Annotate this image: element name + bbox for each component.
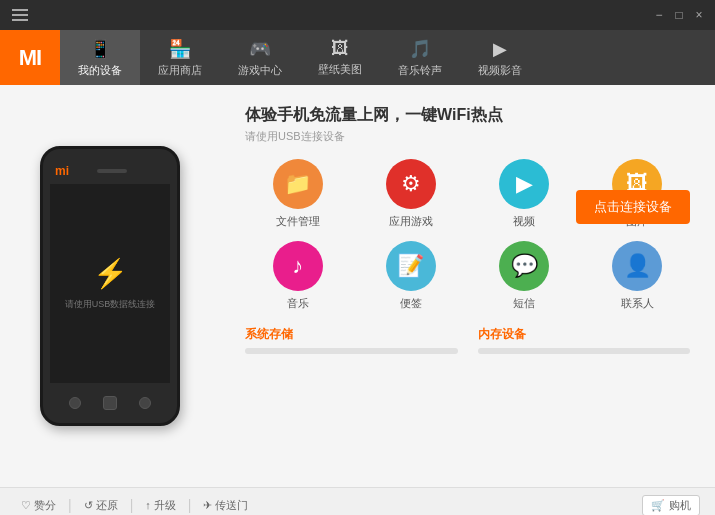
minimize-button[interactable]: − (651, 7, 667, 23)
icon-circle-apps: ⚙ (386, 159, 436, 209)
icon-item-sms[interactable]: 💬 短信 (472, 241, 577, 311)
connect-button[interactable]: 点击连接设备 (576, 190, 690, 224)
phone-screen-text: 请使用USB数据线连接 (65, 298, 156, 311)
toolbar-label-score: 赞分 (34, 498, 56, 513)
toolbar-label-restore: 还原 (96, 498, 118, 513)
nav-label-my-device: 我的设备 (78, 63, 122, 78)
nav-logo[interactable]: MI (0, 30, 60, 85)
icon-symbol-apps: ⚙ (401, 171, 421, 197)
nav-item-ringtone[interactable]: 🎵音乐铃声 (380, 30, 460, 85)
storage-item: 内存设备 (478, 326, 691, 354)
nav-icon-app-store: 🏪 (169, 38, 191, 60)
nav-icon-game-center: 🎮 (249, 38, 271, 60)
menu-icon[interactable] (8, 5, 32, 25)
nav-icon-my-device: 📱 (89, 38, 111, 60)
toolbar-btn-upgrade[interactable]: ↑升级 (139, 496, 182, 515)
content-header: 体验手机免流量上网，一键WiFi热点 请使用USB连接设备 (245, 105, 690, 144)
icon-grid: 📁 文件管理 ⚙ 应用游戏 ▶ 视频 🖼 图库 ♪ 音乐 📝 便签 💬 短信 (245, 159, 690, 311)
icon-symbol-music: ♪ (292, 253, 303, 279)
toolbar-icon-upgrade: ↑ (145, 499, 151, 511)
nav-label-game-center: 游戏中心 (238, 63, 282, 78)
icon-item-file[interactable]: 📁 文件管理 (245, 159, 350, 229)
nav-item-my-device[interactable]: 📱我的设备 (60, 30, 140, 85)
nav-icon-ringtone: 🎵 (409, 38, 431, 60)
storage-title: 系统存储 (245, 326, 458, 343)
phone-top: mi (43, 149, 177, 184)
toolbar-sep: | (188, 497, 192, 513)
phone-frame: mi ⚡ 请使用USB数据线连接 (40, 146, 180, 426)
toolbar-sep: | (68, 497, 72, 513)
storage-item: 系统存储 (245, 326, 458, 354)
shop-label: 购机 (669, 498, 691, 513)
icon-circle-file: 📁 (273, 159, 323, 209)
toolbar-btn-restore[interactable]: ↺还原 (78, 496, 124, 515)
toolbar-btn-send[interactable]: ✈传送门 (197, 496, 254, 515)
icon-circle-video: ▶ (499, 159, 549, 209)
content-wrapper: 体验手机免流量上网，一键WiFi热点 请使用USB连接设备 📁 文件管理 ⚙ 应… (220, 85, 715, 487)
nav-label-ringtone: 音乐铃声 (398, 63, 442, 78)
nav-item-app-store[interactable]: 🏪应用商店 (140, 30, 220, 85)
bottom-toolbar: ♡赞分|↺还原|↑升级|✈传送门 🛒 购机 (0, 487, 715, 515)
phone-panel: mi ⚡ 请使用USB数据线连接 (0, 85, 220, 487)
nav-label-video: 视频影音 (478, 63, 522, 78)
phone-back-btn (69, 397, 81, 409)
content-panel: 体验手机免流量上网，一键WiFi热点 请使用USB连接设备 📁 文件管理 ⚙ 应… (220, 85, 715, 374)
icon-symbol-video: ▶ (516, 171, 533, 197)
phone-speaker (97, 169, 127, 173)
phone-menu-btn (139, 397, 151, 409)
icon-symbol-sms: 💬 (511, 253, 538, 279)
close-button[interactable]: × (691, 7, 707, 23)
icon-item-music[interactable]: ♪ 音乐 (245, 241, 350, 311)
shop-icon: 🛒 (651, 499, 665, 512)
shop-button[interactable]: 🛒 购机 (642, 495, 700, 516)
nav-bar: MI 📱我的设备🏪应用商店🎮游戏中心🖼壁纸美图🎵音乐铃声▶视频影音 (0, 30, 715, 85)
storage-title: 内存设备 (478, 326, 691, 343)
toolbar-icon-score: ♡ (21, 499, 31, 512)
storage-bar-bg (478, 348, 691, 354)
storage-bar-bg (245, 348, 458, 354)
icon-label-sms: 短信 (513, 296, 535, 311)
icon-label-contacts: 联系人 (621, 296, 654, 311)
icon-symbol-file: 📁 (284, 171, 311, 197)
icon-item-contacts[interactable]: 👤 联系人 (585, 241, 690, 311)
toolbar-sep: | (130, 497, 134, 513)
icon-label-apps: 应用游戏 (389, 214, 433, 229)
toolbar-label-upgrade: 升级 (154, 498, 176, 513)
icon-circle-notes: 📝 (386, 241, 436, 291)
phone-screen: ⚡ 请使用USB数据线连接 (50, 184, 170, 383)
maximize-button[interactable]: □ (671, 7, 687, 23)
content-title: 体验手机免流量上网，一键WiFi热点 (245, 105, 690, 126)
nav-label-app-store: 应用商店 (158, 63, 202, 78)
nav-label-wallpaper: 壁纸美图 (318, 62, 362, 77)
icon-item-video[interactable]: ▶ 视频 (472, 159, 577, 229)
nav-icon-video: ▶ (493, 38, 507, 60)
toolbar-icon-restore: ↺ (84, 499, 93, 512)
nav-icon-wallpaper: 🖼 (331, 38, 349, 59)
usb-icon: ⚡ (93, 257, 128, 290)
icon-circle-music: ♪ (273, 241, 323, 291)
icon-symbol-notes: 📝 (397, 253, 424, 279)
toolbar-btn-score[interactable]: ♡赞分 (15, 496, 62, 515)
main-content: mi ⚡ 请使用USB数据线连接 体验手机免流量上网，一键WiFi热点 请使用U… (0, 85, 715, 487)
icon-circle-contacts: 👤 (612, 241, 662, 291)
phone-bottom (43, 383, 177, 423)
icon-label-notes: 便签 (400, 296, 422, 311)
mi-logo: MI (19, 45, 41, 71)
nav-item-wallpaper[interactable]: 🖼壁纸美图 (300, 30, 380, 85)
icon-label-video: 视频 (513, 214, 535, 229)
phone-mi-logo: mi (55, 164, 69, 178)
icon-label-file: 文件管理 (276, 214, 320, 229)
icon-item-notes[interactable]: 📝 便签 (358, 241, 463, 311)
toolbar-label-send: 传送门 (215, 498, 248, 513)
icon-symbol-contacts: 👤 (624, 253, 651, 279)
nav-item-video[interactable]: ▶视频影音 (460, 30, 540, 85)
phone-home-btn (103, 396, 117, 410)
icon-label-music: 音乐 (287, 296, 309, 311)
storage-section: 系统存储 内存设备 (245, 326, 690, 354)
content-subtitle: 请使用USB连接设备 (245, 129, 690, 144)
toolbar-icon-send: ✈ (203, 499, 212, 512)
nav-item-game-center[interactable]: 🎮游戏中心 (220, 30, 300, 85)
icon-item-apps[interactable]: ⚙ 应用游戏 (358, 159, 463, 229)
icon-circle-sms: 💬 (499, 241, 549, 291)
title-bar: − □ × (0, 0, 715, 30)
